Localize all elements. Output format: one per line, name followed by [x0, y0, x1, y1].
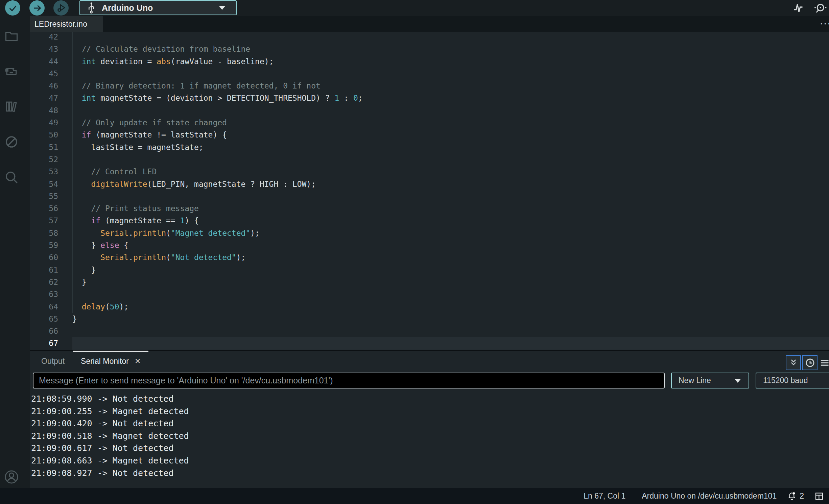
- serial-plotter-icon[interactable]: [792, 2, 804, 14]
- line-number: 46: [30, 80, 72, 92]
- tab-label: LEDresistor.ino: [34, 20, 87, 29]
- sidebar-item-boards-manager[interactable]: [4, 64, 19, 79]
- panel-tabbar: Output Serial Monitor ×: [30, 351, 829, 371]
- line-number: 60: [30, 251, 72, 263]
- code-text: delay(50);: [72, 301, 829, 313]
- indent-guide: [72, 55, 73, 68]
- code-text: [72, 337, 829, 349]
- line-number: 65: [30, 313, 72, 325]
- code-line[interactable]: 66: [30, 325, 829, 337]
- code-text: int magnetState = (deviation > DETECTION…: [72, 92, 829, 104]
- tab-output[interactable]: Output: [33, 351, 73, 371]
- upload-button[interactable]: [29, 0, 45, 16]
- indent-guide: [72, 104, 73, 117]
- code-line[interactable]: 62 }: [30, 276, 829, 288]
- check-icon: [8, 3, 18, 13]
- code-text: // Binary detection: 1 if magnet detecte…: [72, 80, 829, 92]
- line-number: 57: [30, 215, 72, 227]
- code-line[interactable]: 50 if (magnetState != lastState) {: [30, 129, 829, 141]
- notifications[interactable]: 2: [787, 491, 804, 501]
- cursor-position[interactable]: Ln 67, Col 1: [584, 492, 625, 501]
- code-text: // Control LED: [72, 166, 829, 178]
- code-line[interactable]: 57 if (magnetState == 1) {: [30, 215, 829, 227]
- log-menu-icon[interactable]: [819, 355, 829, 370]
- serial-output[interactable]: 21:08:59.990 -> Not detected21:09:00.255…: [30, 393, 829, 488]
- indent-guide: [82, 239, 82, 251]
- line-number: 54: [30, 178, 72, 190]
- sidebar-item-sketchbook[interactable]: [4, 29, 19, 44]
- line-ending-value: New Line: [679, 376, 711, 385]
- code-line[interactable]: 58 Serial.println("Magnet detected");: [30, 227, 829, 239]
- indent-guide: [72, 153, 73, 166]
- indent-guide: [72, 215, 73, 227]
- debug-play-icon: [56, 3, 66, 13]
- indent-guide: [72, 80, 73, 92]
- code-line[interactable]: 59 } else {: [30, 239, 829, 251]
- board-connection-status[interactable]: Arduino Uno on /dev/cu.usbmodem101: [642, 492, 777, 501]
- clock-icon: [805, 357, 815, 368]
- code-editor[interactable]: 4243 // Calculate deviation from baselin…: [30, 32, 829, 350]
- timestamp-toggle[interactable]: [802, 355, 818, 370]
- serial-output-line: 21:09:08.663 -> Magnet detected: [31, 455, 829, 467]
- code-line[interactable]: 42: [30, 32, 829, 43]
- sidebar-item-debug[interactable]: [4, 134, 19, 149]
- tab-serial-monitor[interactable]: Serial Monitor ×: [73, 351, 148, 371]
- code-line[interactable]: 44 int deviation = abs(rawValue - baseli…: [30, 55, 829, 68]
- notification-count: 2: [800, 492, 804, 501]
- code-line[interactable]: 54 digitalWrite(LED_PIN, magnetState ? H…: [30, 178, 829, 190]
- code-line[interactable]: 64 delay(50);: [30, 301, 829, 313]
- serial-message-input[interactable]: [33, 373, 665, 388]
- autoscroll-toggle[interactable]: [786, 355, 801, 370]
- code-text: [72, 288, 829, 300]
- code-line[interactable]: 61 }: [30, 264, 829, 276]
- toolbar: Arduino Uno: [0, 0, 829, 16]
- line-number: 58: [30, 227, 72, 239]
- line-number: 53: [30, 166, 72, 178]
- line-number: 66: [30, 325, 72, 337]
- code-line[interactable]: 60 Serial.println("Not detected");: [30, 251, 829, 263]
- debug-button[interactable]: [53, 0, 69, 16]
- serial-monitor-icon[interactable]: [813, 2, 827, 14]
- indent-guide: [82, 264, 82, 276]
- indent-guide: [72, 68, 73, 80]
- code-line[interactable]: 63: [30, 288, 829, 300]
- code-text: }: [72, 264, 829, 276]
- code-line[interactable]: 43 // Calculate deviation from baseline: [30, 43, 829, 55]
- code-line[interactable]: 55: [30, 190, 829, 202]
- code-line[interactable]: 52: [30, 153, 829, 166]
- code-line[interactable]: 65}: [30, 313, 829, 325]
- sidebar-item-library-manager[interactable]: [4, 99, 19, 114]
- double-chevron-down-icon: [788, 358, 799, 368]
- code-line[interactable]: 56 // Print status message: [30, 202, 829, 215]
- line-number: 56: [30, 202, 72, 215]
- indent-guide: [72, 129, 73, 141]
- code-line[interactable]: 67: [30, 337, 829, 349]
- baud-rate-dropdown[interactable]: 115200 baud: [756, 373, 829, 388]
- indent-guide: [82, 227, 82, 239]
- code-line[interactable]: 53 // Control LED: [30, 166, 829, 178]
- indent-guide: [82, 202, 82, 215]
- indent-guide: [72, 141, 73, 153]
- line-number: 47: [30, 92, 72, 104]
- line-ending-dropdown[interactable]: New Line: [671, 373, 749, 388]
- verify-button[interactable]: [5, 0, 20, 16]
- code-text: }: [72, 276, 829, 288]
- code-text: digitalWrite(LED_PIN, magnetState ? HIGH…: [72, 178, 829, 190]
- sidebar-item-account[interactable]: [4, 470, 19, 484]
- code-line[interactable]: 45: [30, 68, 829, 80]
- code-line[interactable]: 47 int magnetState = (deviation > DETECT…: [30, 92, 829, 104]
- code-line[interactable]: 48: [30, 104, 829, 117]
- line-number: 51: [30, 141, 72, 153]
- close-icon[interactable]: ×: [135, 356, 140, 367]
- indent-guide: [72, 117, 73, 129]
- panel-layout-icon[interactable]: [814, 491, 824, 501]
- sidebar-item-search[interactable]: [4, 170, 19, 185]
- code-line[interactable]: 46 // Binary detection: 1 if magnet dete…: [30, 80, 829, 92]
- board-selector[interactable]: Arduino Uno: [79, 0, 237, 15]
- code-line[interactable]: 49 // Only update if state changed: [30, 117, 829, 129]
- indent-guide: [72, 227, 73, 239]
- line-number: 42: [30, 32, 72, 43]
- tab-more-button[interactable]: ⋯: [820, 17, 829, 30]
- tab-ledresistor-ino[interactable]: LEDresistor.ino: [30, 16, 103, 32]
- code-line[interactable]: 51 lastState = magnetState;: [30, 141, 829, 153]
